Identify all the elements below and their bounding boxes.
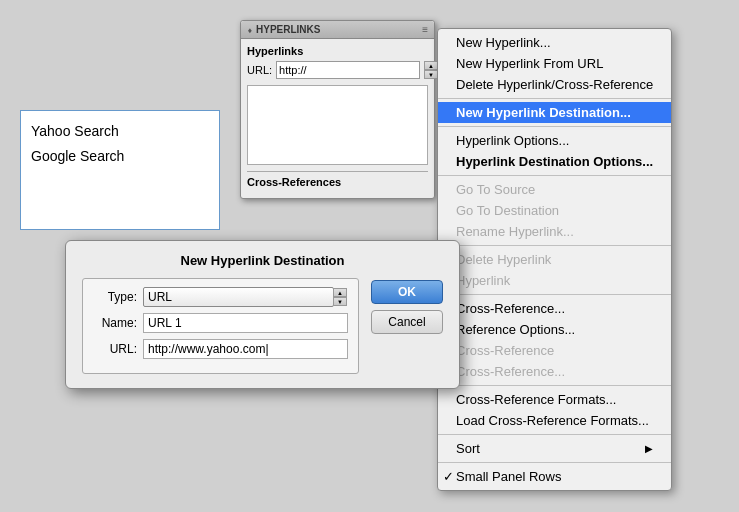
menu-item-cross-reference-formats[interactable]: Cross-Reference Formats... (438, 389, 671, 410)
menu-item-cross-reference2: Cross-Reference (438, 340, 671, 361)
sort-submenu-arrow: ▶ (645, 443, 653, 454)
document-text: Yahoo Search Google Search (21, 111, 219, 177)
dialog-title: New Hyperlink Destination (82, 253, 443, 268)
dialog-fields: Type: URL Page Text Anchor Name: (82, 278, 359, 374)
menu-item-sort[interactable]: Sort ▶ (438, 438, 671, 459)
panel-title: HYPERLINKS (256, 24, 320, 35)
menu-item-hyperlink-destination-options[interactable]: Hyperlink Destination Options... (438, 151, 671, 172)
panel-title-left: ⬧ HYPERLINKS (247, 24, 320, 35)
type-stepper-up[interactable] (333, 288, 347, 297)
menu-item-small-panel-rows[interactable]: ✓ Small Panel Rows (438, 466, 671, 487)
panel-divider: Cross-References (247, 171, 428, 188)
type-select-wrap: URL Page Text Anchor (143, 287, 348, 307)
menu-sep-7 (438, 434, 671, 435)
url-stepper[interactable] (424, 61, 438, 79)
ok-button[interactable]: OK (371, 280, 443, 304)
small-panel-rows-label: Small Panel Rows (456, 469, 562, 484)
url-dialog-label: URL: (93, 342, 137, 356)
url-stepper-up[interactable] (424, 61, 438, 70)
dialog-type-row: Type: URL Page Text Anchor (93, 287, 348, 307)
hyperlinks-list (247, 85, 428, 165)
menu-item-new-hyperlink[interactable]: New Hyperlink... (438, 32, 671, 53)
dialog-url-row: URL: (93, 339, 348, 359)
type-select[interactable]: URL Page Text Anchor (143, 287, 334, 307)
doc-line-2: Google Search (31, 144, 209, 169)
type-stepper[interactable] (333, 288, 348, 306)
url-label: URL: (247, 64, 272, 76)
menu-item-reference-options[interactable]: Reference Options... (438, 319, 671, 340)
dialog-name-row: Name: (93, 313, 348, 333)
type-label: Type: (93, 290, 137, 304)
panel-body: Hyperlinks URL: Cross-References (241, 39, 434, 198)
type-stepper-down[interactable] (333, 297, 347, 306)
new-hyperlink-destination-dialog: New Hyperlink Destination Type: URL Page… (65, 240, 460, 389)
menu-sep-4 (438, 245, 671, 246)
dialog-content: Type: URL Page Text Anchor Name: (82, 278, 443, 374)
menu-item-load-cross-reference-formats[interactable]: Load Cross-Reference Formats... (438, 410, 671, 431)
dialog-buttons: OK Cancel (371, 278, 443, 374)
panel-menu-icon[interactable]: ≡ (422, 24, 428, 35)
panel-titlebar: ⬧ HYPERLINKS ≡ (241, 21, 434, 39)
menu-sep-2 (438, 126, 671, 127)
doc-line-1: Yahoo Search (31, 119, 209, 144)
menu-sep-5 (438, 294, 671, 295)
menu-item-go-to-destination: Go To Destination (438, 200, 671, 221)
document-area: Yahoo Search Google Search (20, 110, 220, 230)
url-row: URL: (247, 61, 428, 79)
menu-sep-6 (438, 385, 671, 386)
menu-item-hyperlink-options[interactable]: Hyperlink Options... (438, 130, 671, 151)
context-menu: New Hyperlink... New Hyperlink From URL … (437, 28, 672, 491)
menu-item-go-to-source: Go To Source (438, 179, 671, 200)
url-stepper-down[interactable] (424, 70, 438, 79)
name-label: Name: (93, 316, 137, 330)
menu-item-cross-reference3: Cross-Reference... (438, 361, 671, 382)
menu-item-delete-hyperlink[interactable]: Delete Hyperlink/Cross-Reference (438, 74, 671, 95)
menu-item-new-hyperlink-destination[interactable]: New Hyperlink Destination... (438, 102, 671, 123)
menu-item-rename-hyperlink: Rename Hyperlink... (438, 221, 671, 242)
menu-item-cross-reference[interactable]: Cross-Reference... (438, 298, 671, 319)
hyperlinks-panel: ⬧ HYPERLINKS ≡ Hyperlinks URL: Cross-Ref… (240, 20, 435, 199)
sort-label: Sort (456, 441, 480, 456)
menu-item-hyperlink2: Hyperlink (438, 270, 671, 291)
name-input[interactable] (143, 313, 348, 333)
menu-sep-8 (438, 462, 671, 463)
panel-collapse-arrows[interactable]: ⬧ (247, 25, 252, 35)
panel-section-cross-references: Cross-References (247, 176, 428, 188)
url-dialog-input[interactable] (143, 339, 348, 359)
menu-sep-1 (438, 98, 671, 99)
cancel-button[interactable]: Cancel (371, 310, 443, 334)
menu-item-new-hyperlink-from-url[interactable]: New Hyperlink From URL (438, 53, 671, 74)
checkmark-icon: ✓ (443, 469, 454, 484)
panel-section-hyperlinks: Hyperlinks (247, 45, 428, 57)
menu-item-delete-hyperlink2: Delete Hyperlink (438, 249, 671, 270)
url-input-panel[interactable] (276, 61, 420, 79)
menu-sep-3 (438, 175, 671, 176)
